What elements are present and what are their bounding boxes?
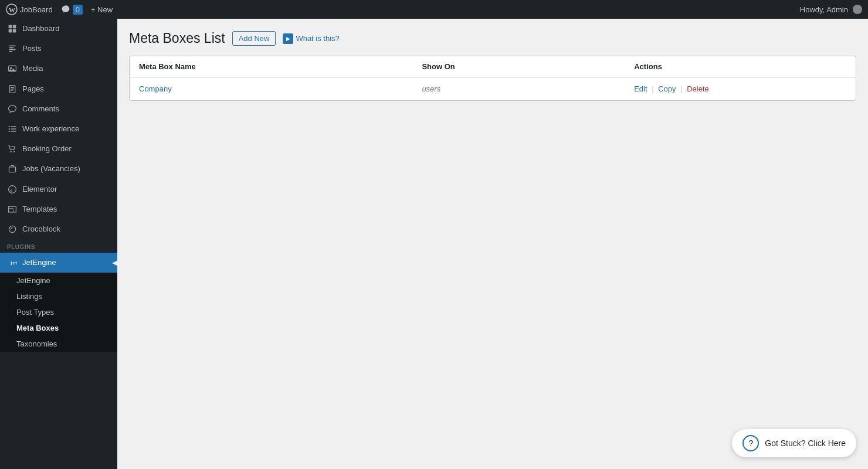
media-icon	[7, 63, 18, 74]
row-show-on: users	[422, 84, 634, 93]
posts-icon	[7, 43, 18, 54]
svg-text:e: e	[10, 187, 12, 192]
row-actions: Edit | Copy | Delete	[634, 84, 846, 93]
comments-icon	[61, 5, 70, 14]
content-area: Meta Boxes List Add New What is this? Me…	[117, 19, 868, 469]
sidebar-item-media[interactable]: Media	[0, 59, 117, 79]
svg-rect-16	[9, 126, 10, 127]
jobs-icon	[7, 164, 18, 174]
svg-rect-24	[9, 167, 15, 172]
dashboard-icon	[7, 23, 18, 34]
col-header-name: Meta Box Name	[139, 62, 422, 71]
sidebar-item-crocoblock[interactable]: Crocoblock	[0, 219, 117, 239]
sub-menu-item-jetengine[interactable]: JetEngine	[0, 273, 117, 288]
sep1: |	[652, 84, 653, 93]
comments-sidebar-icon	[7, 104, 18, 114]
svg-rect-18	[9, 128, 10, 130]
sidebar-item-dashboard[interactable]: Dashboard	[0, 19, 117, 39]
new-item-link[interactable]: + New	[91, 5, 113, 14]
svg-rect-17	[11, 126, 16, 127]
sidebar-item-jetengine[interactable]: jet JetEngine	[0, 253, 117, 273]
sidebar-item-templates[interactable]: Templates	[0, 199, 117, 219]
col-header-actions: Actions	[634, 62, 846, 71]
what-is-this-label: What is this?	[296, 34, 339, 43]
svg-point-25	[9, 185, 16, 193]
plugins-label: PLUGINS	[0, 239, 117, 253]
edit-link[interactable]: Edit	[634, 84, 647, 93]
comments-count: 0	[73, 5, 83, 15]
sub-menu-item-post-types[interactable]: Post Types	[0, 304, 117, 320]
pages-icon	[7, 84, 18, 94]
svg-rect-19	[11, 128, 16, 130]
delete-link[interactable]: Delete	[687, 84, 709, 93]
svg-rect-7	[9, 47, 13, 49]
sub-menu-item-listings[interactable]: Listings	[0, 288, 117, 304]
got-stuck-icon: ?	[742, 435, 759, 451]
svg-text:W: W	[9, 6, 15, 13]
page-title: Meta Boxes List	[129, 30, 225, 46]
got-stuck-label: Got Stuck? Click Here	[765, 439, 846, 448]
avatar	[853, 5, 862, 14]
svg-rect-15	[11, 90, 13, 90]
row-name: Company	[139, 84, 422, 93]
svg-rect-4	[9, 29, 12, 33]
svg-rect-14	[11, 89, 14, 89]
svg-point-22	[10, 151, 11, 152]
sidebar-item-work-experience[interactable]: Work experience	[0, 119, 117, 139]
svg-rect-20	[9, 131, 10, 132]
svg-text:jet: jet	[10, 260, 17, 266]
meta-boxes-table: Meta Box Name Show On Actions Company us…	[129, 56, 856, 101]
sub-menu-item-meta-boxes[interactable]: Meta Boxes	[0, 320, 117, 336]
svg-rect-9	[9, 51, 12, 52]
elementor-icon: e	[7, 184, 18, 195]
list-icon	[7, 124, 18, 134]
jetengine-icon: jet	[7, 257, 18, 268]
sep2: |	[680, 84, 682, 93]
sidebar-item-elementor[interactable]: e Elementor	[0, 179, 117, 199]
company-link[interactable]: Company	[139, 84, 172, 93]
cart-icon	[7, 144, 18, 154]
howdy-text: Howdy, Admin	[800, 5, 848, 14]
table-row: Company users Edit | Copy | Delete	[130, 77, 856, 100]
col-header-show-on: Show On	[422, 62, 634, 71]
svg-point-27	[9, 226, 15, 232]
comments-link[interactable]: 0	[61, 5, 83, 15]
wp-logo-icon: W	[6, 4, 18, 15]
copy-link[interactable]: Copy	[658, 84, 676, 93]
page-header: Meta Boxes List Add New What is this?	[129, 30, 856, 46]
sidebar-item-comments[interactable]: Comments	[0, 99, 117, 119]
what-is-this-link[interactable]: What is this?	[283, 33, 339, 44]
sidebar-item-pages[interactable]: Pages	[0, 79, 117, 99]
svg-rect-6	[9, 46, 15, 47]
svg-point-23	[13, 151, 15, 152]
svg-rect-8	[9, 49, 15, 50]
sidebar-item-jobs[interactable]: Jobs (Vacancies)	[0, 159, 117, 179]
site-name-link[interactable]: W JobBoard	[6, 4, 53, 15]
sidebar-item-booking-order[interactable]: Booking Order	[0, 139, 117, 159]
sidebar-item-posts[interactable]: Posts	[0, 39, 117, 59]
top-bar: W JobBoard 0 + New Howdy, Admin	[0, 0, 868, 19]
templates-icon	[7, 204, 18, 215]
table-header: Meta Box Name Show On Actions	[130, 56, 856, 77]
svg-rect-3	[13, 25, 16, 29]
svg-rect-2	[9, 25, 12, 29]
sidebar: Dashboard Posts Media Pages Comments	[0, 19, 117, 469]
svg-rect-5	[13, 29, 16, 33]
add-new-button[interactable]: Add New	[232, 31, 276, 46]
crocoblock-icon	[7, 224, 18, 235]
main-layout: Dashboard Posts Media Pages Comments	[0, 19, 868, 469]
sub-menu: JetEngine Listings Post Types Meta Boxes…	[0, 273, 117, 352]
play-icon	[283, 33, 293, 44]
svg-rect-21	[11, 131, 16, 132]
got-stuck-button[interactable]: ? Got Stuck? Click Here	[732, 429, 856, 457]
sub-menu-item-taxonomies[interactable]: Taxonomies	[0, 336, 117, 352]
svg-point-11	[10, 67, 12, 69]
site-name: JobBoard	[20, 5, 53, 14]
svg-rect-13	[11, 87, 14, 87]
